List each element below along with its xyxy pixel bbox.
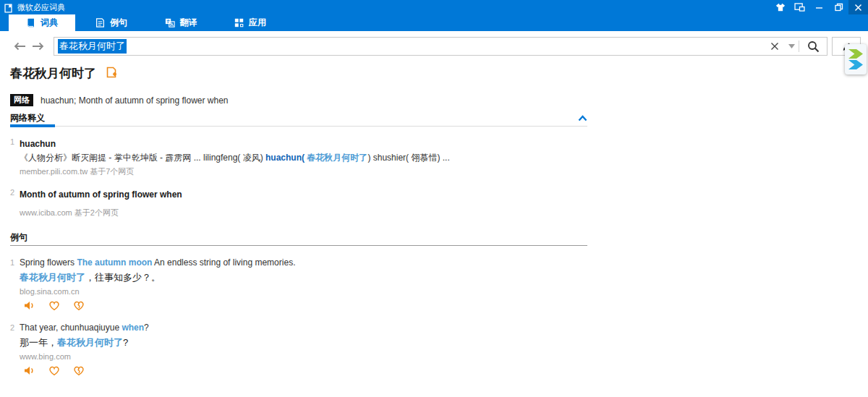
speaker-icon[interactable] [24, 365, 36, 376]
result-pane: 春花秋月何时了 网络 huachun; Month of autumn of s… [10, 61, 587, 376]
snippet-keyword[interactable]: 春花秋月何时了 [305, 153, 367, 163]
restore-icon[interactable] [829, 0, 848, 14]
example-actions [24, 300, 587, 311]
example-keyword[interactable]: when [122, 323, 144, 333]
like-heart-icon[interactable] [48, 300, 61, 311]
dictionary-book-icon [26, 18, 35, 27]
section-divider [10, 245, 587, 246]
mini-window-icon[interactable] [790, 0, 809, 14]
item-number: 2 [10, 323, 14, 332]
search-query-selected-text: 春花秋月何时了 [58, 39, 127, 54]
magnifier-icon[interactable] [799, 38, 827, 55]
web-definition-item: 2 Month of autumn of spring flower when … [10, 187, 587, 218]
app-book-icon[interactable] [4, 3, 13, 12]
definition-source: member.pili.com.tw 基于7个网页 [20, 166, 587, 177]
item-number: 1 [10, 137, 14, 146]
web-tag: 网络 [10, 94, 33, 106]
definition-source: www.iciba.com 基于2个网页 [20, 208, 587, 218]
tab-translate[interactable]: 翻译 [148, 14, 214, 31]
snippet-link[interactable]: huachun( [265, 153, 305, 163]
tab-examples[interactable]: 例句 [78, 14, 145, 31]
like-heart-icon[interactable] [48, 365, 61, 376]
section-title: 网络释义 [10, 112, 45, 124]
definition-term: Month of autumn of spring flower when [20, 189, 182, 200]
snap-widget-icon[interactable] [845, 44, 867, 74]
tab-label: 翻译 [180, 17, 197, 29]
web-definitions-section-header: 网络释义 [10, 112, 587, 127]
minimize-icon[interactable] [809, 0, 829, 14]
tab-apps[interactable]: 应用 [217, 14, 284, 31]
web-summary: huachun; Month of autumn of spring flowe… [41, 95, 229, 106]
example-keyword[interactable]: 春花秋月何时了 [57, 337, 123, 348]
tab-dictionary[interactable]: 词典 [9, 14, 75, 31]
green-chevron-icon [848, 49, 863, 59]
example-source: blog.sina.com.cn [20, 287, 587, 296]
headword: 春花秋月何时了 [10, 65, 96, 82]
chevron-up-icon[interactable] [578, 111, 587, 124]
item-number: 1 [10, 258, 14, 267]
example-keyword[interactable]: The autumn moon [77, 257, 152, 268]
tab-label: 应用 [249, 17, 266, 29]
section-accent-bar [10, 124, 55, 127]
add-to-notebook-icon[interactable] [106, 67, 116, 81]
window-controls [770, 0, 868, 14]
example-item: 2That year, chunhuaqiuyue when? 那一年，春花秋月… [10, 323, 587, 376]
translate-icon [165, 18, 175, 27]
dislike-broken-heart-icon[interactable] [73, 365, 85, 376]
tab-bar: 词典 例句 翻译 应用 [0, 14, 868, 31]
blue-chevron-icon [848, 60, 863, 69]
tab-label: 词典 [41, 17, 58, 29]
skin-shirt-icon[interactable] [770, 0, 790, 14]
section-title: 例句 [10, 231, 27, 244]
window-title: 微软必应词典 [17, 2, 770, 13]
back-arrow-icon[interactable] [12, 38, 27, 54]
examples-section-header: 例句 [10, 231, 587, 246]
definition-term: huachun [20, 139, 56, 149]
definition-snippet: 《人物分析》断灭阐提 - 掌中乾坤版 - 霹雳网 ... lilingfeng(… [20, 152, 587, 163]
example-sentences-icon [95, 18, 105, 27]
search-input[interactable]: 春花秋月何时了 [54, 37, 827, 56]
apps-grid-icon [234, 18, 244, 27]
item-number: 2 [10, 188, 14, 197]
dislike-broken-heart-icon[interactable] [73, 300, 85, 311]
web-definition-item: 1 huachun 《人物分析》断灭阐提 - 掌中乾坤版 - 霹雳网 ... l… [10, 137, 587, 177]
close-icon[interactable] [848, 0, 868, 14]
forward-arrow-icon[interactable] [30, 38, 46, 54]
clear-x-icon[interactable] [765, 38, 784, 55]
tab-label: 例句 [110, 17, 127, 29]
example-actions [24, 365, 587, 376]
titlebar: 微软必应词典 [0, 0, 868, 14]
example-keyword[interactable]: 春花秋月何时了 [20, 272, 85, 283]
example-source: www.bing.com [20, 352, 587, 361]
chevron-down-icon[interactable] [784, 38, 799, 55]
speaker-icon[interactable] [24, 300, 36, 311]
example-item: 1Spring flowers The autumn moon An endle… [10, 257, 587, 311]
search-toolbar: 春花秋月何时了 [0, 31, 868, 61]
